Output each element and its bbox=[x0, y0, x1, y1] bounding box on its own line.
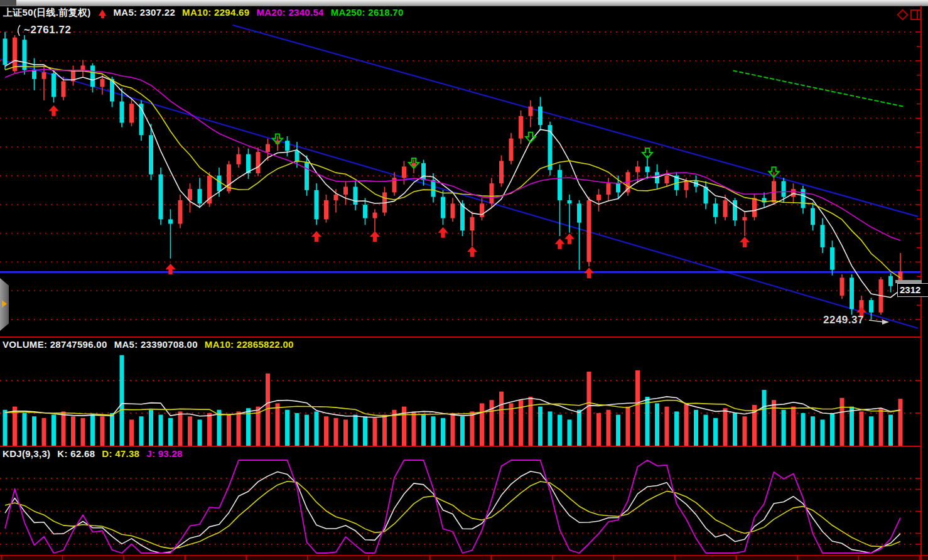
volume-ma10-value: MA10: 22865822.00 bbox=[205, 339, 294, 350]
ma250-value: MA250: 2618.70 bbox=[331, 7, 404, 18]
kdj-d-value: D: 47.38 bbox=[102, 448, 139, 459]
symbol-title[interactable]: 上证50(日线.前复权) bbox=[3, 7, 90, 18]
ma10-value: MA10: 2294.69 bbox=[182, 7, 249, 18]
ma5-value: MA5: 2307.22 bbox=[113, 7, 175, 18]
period-low-label: 2249.37 bbox=[823, 314, 864, 326]
stock-chart-app: { "main_header": { "symbol": "上证50(日线.前复… bbox=[0, 0, 928, 560]
price-volume-divider bbox=[0, 337, 921, 338]
price-pane-header: 上证50(日线.前复权)MA5: 2307.22MA10: 2294.69MA2… bbox=[3, 7, 411, 19]
kdj-k-value: K: 62.68 bbox=[57, 448, 95, 459]
volume-pane-header: VOLUME: 28747596.00MA5: 23390708.00MA10:… bbox=[3, 339, 301, 350]
last-price-tag: 2312 bbox=[897, 283, 928, 297]
kdj-j-value: J: 93.28 bbox=[146, 448, 182, 459]
up-arrow-icon bbox=[99, 9, 106, 16]
volume-kdj-divider bbox=[0, 446, 921, 447]
ma20-value: MA20: 2340.54 bbox=[256, 7, 323, 18]
chart-canvas[interactable] bbox=[0, 0, 928, 560]
kdj-name: KDJ(9,3,3) bbox=[3, 448, 50, 459]
split-window-icon[interactable] bbox=[910, 9, 921, 20]
expand-triangle-icon bbox=[2, 300, 7, 308]
kdj-pane-header: KDJ(9,3,3)K: 62.68D: 47.38J: 93.28 bbox=[3, 448, 190, 459]
volume-value: VOLUME: 28747596.00 bbox=[3, 339, 107, 350]
period-high-label: ~2761.72 bbox=[24, 24, 71, 36]
volume-ma5-value: MA5: 23390708.00 bbox=[114, 339, 198, 350]
